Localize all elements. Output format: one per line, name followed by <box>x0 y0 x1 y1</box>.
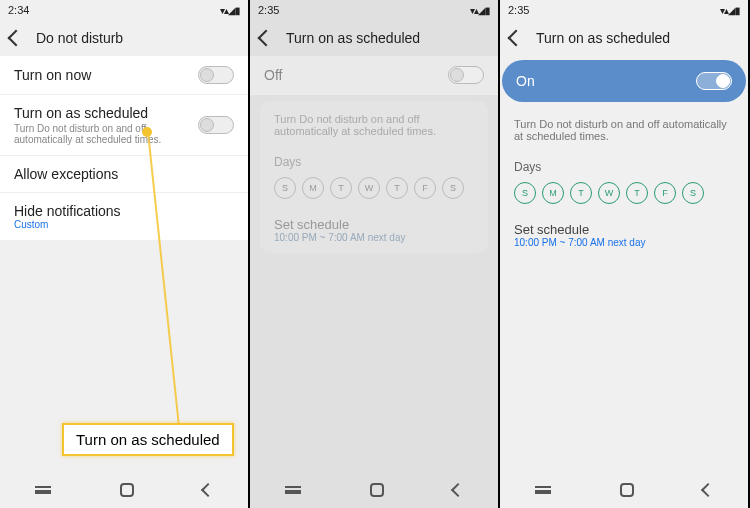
label: On <box>516 73 696 89</box>
home-icon[interactable] <box>370 483 384 497</box>
recents-icon[interactable] <box>535 486 551 494</box>
page-title: Turn on as scheduled <box>286 30 420 46</box>
description: Turn Do not disturb on and off automatic… <box>260 101 488 149</box>
row-turn-on-now[interactable]: Turn on now <box>0 56 248 95</box>
annotation-dot <box>142 127 152 137</box>
day-t2[interactable]: T <box>386 177 408 199</box>
day-f[interactable]: F <box>654 182 676 204</box>
page-title: Turn on as scheduled <box>536 30 670 46</box>
day-f[interactable]: F <box>414 177 436 199</box>
schedule-value: 10:00 PM ~ 7:00 AM next day <box>274 232 474 243</box>
label: Allow exceptions <box>14 166 234 182</box>
label: Hide notifications <box>14 203 234 219</box>
scheduled-card: Turn Do not disturb on and off automatic… <box>260 101 488 253</box>
set-schedule-row[interactable]: Set schedule 10:00 PM ~ 7:00 AM next day <box>260 207 488 253</box>
set-schedule-row[interactable]: Set schedule 10:00 PM ~ 7:00 AM next day <box>500 212 748 258</box>
day-m[interactable]: M <box>302 177 324 199</box>
home-icon[interactable] <box>120 483 134 497</box>
back-nav-icon[interactable] <box>701 483 715 497</box>
status-icons: ▾▴◢▮ <box>220 5 240 16</box>
toggle-turn-on-scheduled[interactable] <box>198 116 234 134</box>
row-turn-on-scheduled[interactable]: Turn on as scheduled Turn Do not disturb… <box>0 95 248 156</box>
description: Turn Do not disturb on and off automatic… <box>500 106 748 154</box>
status-icons: ▾▴◢▮ <box>470 5 490 16</box>
clock: 2:34 <box>8 4 220 16</box>
clock: 2:35 <box>258 4 470 16</box>
day-t[interactable]: T <box>330 177 352 199</box>
sublabel: Custom <box>14 219 234 230</box>
day-m[interactable]: M <box>542 182 564 204</box>
day-s[interactable]: S <box>274 177 296 199</box>
days-row: S M T W T F S <box>500 178 748 212</box>
clock: 2:35 <box>508 4 720 16</box>
app-header: Turn on as scheduled <box>250 20 498 56</box>
recents-icon[interactable] <box>35 486 51 494</box>
label: Set schedule <box>514 222 734 237</box>
app-header: Do not disturb <box>0 20 248 56</box>
status-bar: 2:35 ▾▴◢▮ <box>250 0 498 20</box>
day-w[interactable]: W <box>598 182 620 204</box>
row-hide-notifications[interactable]: Hide notifications Custom <box>0 193 248 240</box>
schedule-value: 10:00 PM ~ 7:00 AM next day <box>514 237 734 248</box>
sublabel: Turn Do not disturb on and off automatic… <box>14 123 198 145</box>
row-state-on[interactable]: On <box>502 60 746 102</box>
label: Turn on now <box>14 67 198 83</box>
toggle-turn-on-now[interactable] <box>198 66 234 84</box>
days-label: Days <box>260 149 488 173</box>
back-nav-icon[interactable] <box>451 483 465 497</box>
day-s2[interactable]: S <box>442 177 464 199</box>
day-t[interactable]: T <box>570 182 592 204</box>
row-allow-exceptions[interactable]: Allow exceptions <box>0 156 248 193</box>
label: Set schedule <box>274 217 474 232</box>
nav-bar <box>0 472 248 508</box>
label: Turn on as scheduled <box>14 105 198 121</box>
back-icon[interactable] <box>8 30 25 47</box>
nav-bar <box>250 472 498 508</box>
status-icons: ▾▴◢▮ <box>720 5 740 16</box>
back-icon[interactable] <box>508 30 525 47</box>
back-icon[interactable] <box>258 30 275 47</box>
status-bar: 2:35 ▾▴◢▮ <box>500 0 748 20</box>
toggle-scheduled-state[interactable] <box>696 72 732 90</box>
annotation-callout: Turn on as scheduled <box>62 423 234 456</box>
page-title: Do not disturb <box>36 30 123 46</box>
home-icon[interactable] <box>620 483 634 497</box>
back-nav-icon[interactable] <box>201 483 215 497</box>
app-header: Turn on as scheduled <box>500 20 748 56</box>
day-s[interactable]: S <box>514 182 536 204</box>
label: Off <box>264 67 448 83</box>
row-state-off[interactable]: Off <box>250 56 498 95</box>
toggle-scheduled-state[interactable] <box>448 66 484 84</box>
day-t2[interactable]: T <box>626 182 648 204</box>
phone-screen-1: 2:34 ▾▴◢▮ Do not disturb Turn on now Tur… <box>0 0 250 508</box>
status-bar: 2:34 ▾▴◢▮ <box>0 0 248 20</box>
nav-bar <box>500 472 748 508</box>
recents-icon[interactable] <box>285 486 301 494</box>
days-label: Days <box>500 154 748 178</box>
day-w[interactable]: W <box>358 177 380 199</box>
phone-screen-2: 2:35 ▾▴◢▮ Turn on as scheduled Off Turn … <box>250 0 500 508</box>
phone-screen-3: 2:35 ▾▴◢▮ Turn on as scheduled On Turn D… <box>500 0 750 508</box>
day-s2[interactable]: S <box>682 182 704 204</box>
days-row: S M T W T F S <box>260 173 488 207</box>
